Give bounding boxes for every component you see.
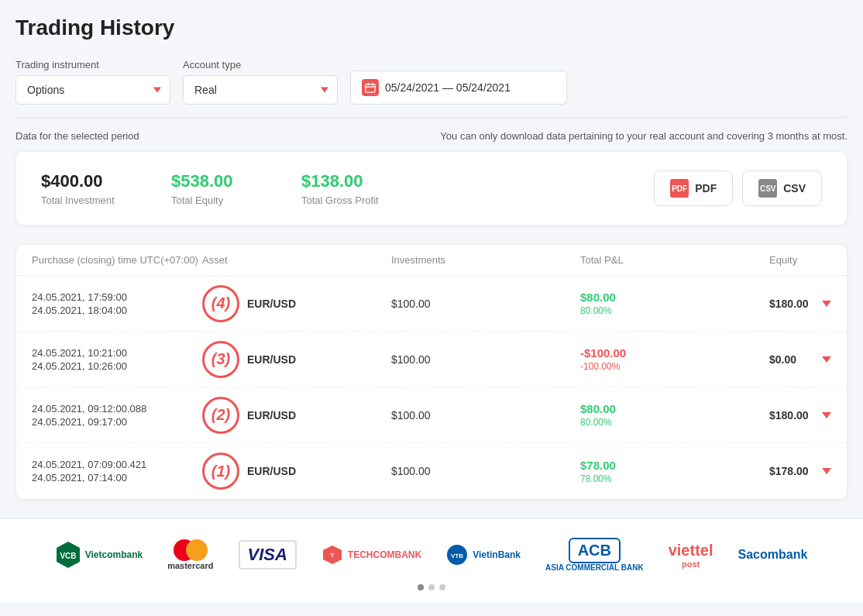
pdf-label: PDF [695,182,717,194]
vietcombank-icon: VCB [56,541,81,569]
equity-value: $0.00 [769,353,796,366]
asset-cell: (4) EUR/USD [202,285,391,322]
date-range-text: 05/24/2021 — 05/24/2021 [385,81,511,94]
expand-button[interactable] [822,412,831,418]
trade-badge: (3) [202,341,239,378]
investment-cell: $100.00 [391,409,580,422]
dot-1[interactable] [418,584,424,590]
expand-chevron-icon [822,412,831,418]
carousel-dots [15,584,848,590]
table-row: 24.05.2021, 07:09:00.421 24.05.2021, 07:… [16,443,847,499]
close-time: 24.05.2021, 10:26:00 [32,360,202,372]
open-time: 24.05.2021, 09:12:00.088 [32,403,202,415]
header-pnl: Total P&L [580,254,769,266]
total-equity-stat: $538.00 Total Equity [171,171,264,206]
filters-section: Trading instrument Options Account type … [15,59,848,105]
time-cell: 24.05.2021, 07:09:00.421 24.05.2021, 07:… [32,459,202,484]
pnl-cell: $80.00 80.00% [580,291,769,316]
asset-cell: (1) EUR/USD [202,453,391,490]
asset-name: EUR/USD [247,465,296,477]
visa-box: VISA [239,540,297,570]
mastercard-logo: mastercard [167,539,213,570]
expand-chevron-icon [822,301,831,307]
visa-logo: VISA [239,540,297,570]
total-profit-amount: $138.00 [301,171,394,191]
close-time: 24.05.2021, 18:04:00 [32,305,202,316]
expand-chevron-icon [822,356,831,363]
expand-button[interactable] [822,356,831,363]
mastercard-label: mastercard [167,561,213,570]
account-select-wrapper[interactable]: Real [183,75,338,105]
pnl-cell: $80.00 80.00% [580,402,769,428]
asset-name: EUR/USD [247,409,296,422]
equity-value: $180.00 [769,298,809,310]
time-cell: 24.05.2021, 09:12:00.088 24.05.2021, 09:… [32,403,202,428]
vietinbank-logo: VTB VietinBank [446,544,521,566]
techcombank-logo: T TECHCOMBANK [321,544,421,566]
viettel-sub: post [682,559,700,569]
close-time: 24.05.2021, 07:14:00 [32,472,202,484]
equity-row: $180.00 [769,298,831,310]
svg-text:T: T [330,552,334,559]
expand-chevron-icon [822,468,831,474]
calendar-icon [362,79,379,96]
pnl-amount: $80.00 [580,402,769,415]
table-row: 24.05.2021, 10:21:00 24.05.2021, 10:26:0… [16,332,847,387]
visa-text: VISA [248,545,287,564]
instrument-select[interactable]: Options [15,75,170,105]
vietcombank-logo: VCB Vietcombank [56,541,143,569]
vietcombank-label: Vietcombank [85,549,143,560]
csv-export-button[interactable]: CSV CSV [742,170,822,206]
open-time: 24.05.2021, 17:59:00 [32,291,202,303]
sacombank-text: Sacombank [738,548,807,562]
dot-2[interactable] [428,584,435,590]
vietinbank-label: VietinBank [473,549,521,560]
trade-badge: (4) [202,285,239,322]
account-label: Account type [183,59,338,71]
expand-button[interactable] [822,468,831,474]
trades-table: Purchase (closing) time UTC(+07:00) Asse… [15,244,848,500]
vietinbank-icon: VTB [446,544,468,566]
csv-icon: CSV [758,179,777,198]
data-period-bar: Data for the selected period You can onl… [15,130,848,142]
open-time: 24.05.2021, 07:09:00.421 [32,459,202,470]
close-time: 24.05.2021, 09:17:00 [32,416,202,428]
logos-row: VCB Vietcombank mastercard VISA [15,538,848,572]
account-filter-group: Account type Real [183,59,338,105]
total-equity-amount: $538.00 [171,171,264,191]
table-rows: 24.05.2021, 17:59:00 24.05.2021, 18:04:0… [16,276,847,499]
viettel-logo: viettel post [669,542,713,569]
footer-logos: VCB Vietcombank mastercard VISA [0,518,863,603]
table-row: 24.05.2021, 17:59:00 24.05.2021, 18:04:0… [16,276,847,332]
asset-cell: (2) EUR/USD [202,397,391,434]
time-cell: 24.05.2021, 17:59:00 24.05.2021, 18:04:0… [32,291,202,316]
header-equity: Equity [769,254,831,266]
viettel-text: viettel [669,542,713,559]
pnl-amount: $78.00 [580,459,769,472]
account-select[interactable]: Real [183,75,338,105]
pnl-amount: $80.00 [580,291,769,304]
download-note: You can only download data pertaining to… [440,130,848,142]
date-range-picker[interactable]: 05/24/2021 — 05/24/2021 [350,71,567,105]
open-time: 24.05.2021, 10:21:00 [32,347,202,359]
total-investment-stat: $400.00 Total Investment [41,171,134,206]
svg-text:VTB: VTB [451,552,463,559]
acb-box: ACB [569,538,621,563]
table-header: Purchase (closing) time UTC(+07:00) Asse… [16,245,847,276]
asset-name: EUR/USD [247,298,296,310]
instrument-select-wrapper[interactable]: Options [15,75,170,105]
dot-3[interactable] [439,584,445,590]
asset-cell: (3) EUR/USD [202,341,391,378]
total-profit-label: Total Gross Profit [301,194,394,206]
pnl-pct: 80.00% [580,417,769,428]
techcombank-label: TECHCOMBANK [348,549,421,560]
time-cell: 24.05.2021, 10:21:00 24.05.2021, 10:26:0… [32,347,202,372]
total-investment-amount: $400.00 [41,171,134,191]
pnl-cell: -$100.00 -100.00% [580,346,769,372]
expand-button[interactable] [822,301,831,307]
pdf-export-button[interactable]: PDF PDF [654,170,733,206]
table-row: 24.05.2021, 09:12:00.088 24.05.2021, 09:… [16,387,847,443]
export-actions: PDF PDF CSV CSV [654,170,822,206]
equity-value: $178.00 [769,465,809,477]
mastercard-icon [174,539,208,561]
